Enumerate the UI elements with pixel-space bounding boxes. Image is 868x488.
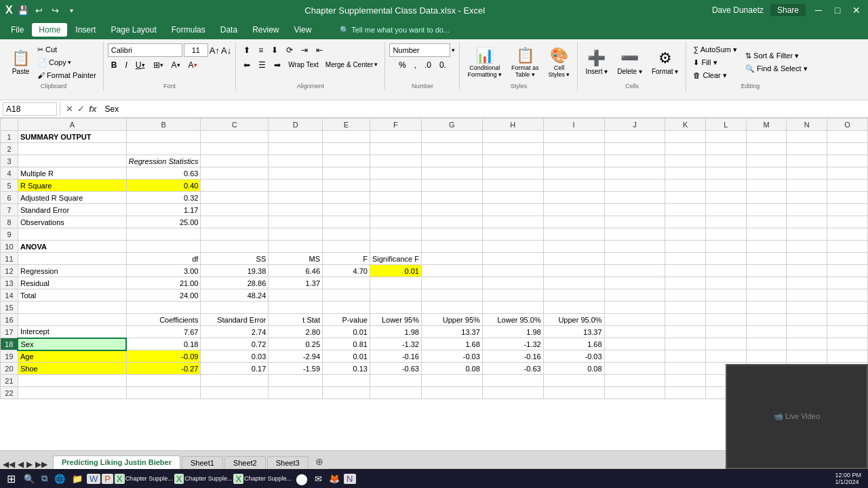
cell-O12[interactable] xyxy=(827,265,868,277)
col-header-L[interactable]: L xyxy=(705,119,746,131)
firefox-taskbar[interactable]: 🦊 xyxy=(326,474,342,484)
cell-C21[interactable] xyxy=(201,375,269,387)
row-header-13[interactable]: 13 xyxy=(1,277,18,289)
row-header-9[interactable]: 9 xyxy=(1,228,18,241)
cell-I12[interactable] xyxy=(543,265,604,277)
cell-I8[interactable] xyxy=(543,216,604,228)
cell-K9[interactable] xyxy=(665,228,706,241)
cell-L8[interactable] xyxy=(705,216,746,228)
cell-A5[interactable]: R Square xyxy=(18,180,126,192)
cell-J12[interactable] xyxy=(604,265,665,277)
cell-L2[interactable] xyxy=(705,143,746,155)
cell-J4[interactable] xyxy=(604,167,665,180)
cell-I1[interactable] xyxy=(543,131,604,143)
row-header-16[interactable]: 16 xyxy=(1,314,18,326)
row-header-7[interactable]: 7 xyxy=(1,204,18,216)
cell-D11[interactable]: MS xyxy=(269,253,323,265)
cell-D5[interactable] xyxy=(269,180,323,192)
cell-C10[interactable] xyxy=(201,241,269,253)
cell-A13[interactable]: Residual xyxy=(18,277,126,289)
tab-nav-left[interactable]: ◀◀ xyxy=(3,460,15,469)
ppt-taskbar[interactable]: P xyxy=(102,474,113,484)
cell-B5[interactable]: 0.40 xyxy=(126,180,201,192)
cell-F10[interactable] xyxy=(370,241,421,253)
cell-I7[interactable] xyxy=(543,204,604,216)
cell-I17[interactable]: 13.37 xyxy=(543,326,604,338)
cell-O9[interactable] xyxy=(827,228,868,241)
cell-L4[interactable] xyxy=(705,167,746,180)
cell-B16[interactable]: Coefficients xyxy=(126,314,201,326)
cell-J11[interactable] xyxy=(604,253,665,265)
insert-button[interactable]: ➕ Insert ▾ xyxy=(582,47,611,77)
cell-M16[interactable] xyxy=(746,314,787,326)
cell-J22[interactable] xyxy=(604,387,665,399)
menu-formulas[interactable]: Formulas xyxy=(165,23,212,37)
row-header-22[interactable]: 22 xyxy=(1,387,18,399)
cell-G13[interactable] xyxy=(421,277,482,289)
tab-nav-next[interactable]: ▶ xyxy=(26,460,33,469)
cell-H22[interactable] xyxy=(482,387,543,399)
cell-H17[interactable]: 1.98 xyxy=(482,326,543,338)
chrome-taskbar[interactable]: ⬤ xyxy=(293,472,311,485)
cell-C22[interactable] xyxy=(201,387,269,399)
cell-E6[interactable] xyxy=(323,192,370,204)
cell-M6[interactable] xyxy=(746,192,787,204)
cell-E1[interactable] xyxy=(323,131,370,143)
cell-N17[interactable] xyxy=(787,326,827,338)
cell-A3[interactable] xyxy=(18,155,126,167)
cell-F20[interactable]: -0.63 xyxy=(370,363,421,375)
cell-N11[interactable] xyxy=(787,253,827,265)
cell-A21[interactable] xyxy=(18,375,126,387)
col-header-J[interactable]: J xyxy=(604,119,665,131)
align-middle-button[interactable]: ≡ xyxy=(255,43,267,57)
cell-H9[interactable] xyxy=(482,228,543,241)
cell-K5[interactable] xyxy=(665,180,706,192)
cell-H18[interactable]: -1.32 xyxy=(482,338,543,350)
row-header-10[interactable]: 10 xyxy=(1,241,18,253)
cell-C12[interactable]: 19.38 xyxy=(201,265,269,277)
font-name-input[interactable] xyxy=(108,43,182,57)
cell-C15[interactable] xyxy=(201,302,269,314)
cell-F7[interactable] xyxy=(370,204,421,216)
cell-O17[interactable] xyxy=(827,326,868,338)
cell-K17[interactable] xyxy=(665,326,706,338)
bold-button[interactable]: B xyxy=(108,58,121,72)
cell-D10[interactable] xyxy=(269,241,323,253)
cell-I15[interactable] xyxy=(543,302,604,314)
cell-F6[interactable] xyxy=(370,192,421,204)
cell-O7[interactable] xyxy=(827,204,868,216)
tab-sheet1[interactable]: Sheet1 xyxy=(182,456,223,469)
cell-K22[interactable] xyxy=(665,387,706,399)
maximize-button[interactable]: □ xyxy=(831,4,844,16)
increase-decimal-button[interactable]: .0 xyxy=(421,58,435,72)
cell-M18[interactable] xyxy=(746,338,787,350)
fill-button[interactable]: ⬇ Fill ▾ xyxy=(690,56,740,68)
cell-B1[interactable] xyxy=(126,131,201,143)
cell-K13[interactable] xyxy=(665,277,706,289)
cell-I14[interactable] xyxy=(543,289,604,302)
cell-E20[interactable]: 0.13 xyxy=(323,363,370,375)
cell-K7[interactable] xyxy=(665,204,706,216)
sort-filter-button[interactable]: ⇅ Sort & Filter ▾ xyxy=(743,50,810,62)
cell-N6[interactable] xyxy=(787,192,827,204)
align-top-button[interactable]: ⬆ xyxy=(240,43,254,57)
cell-C16[interactable]: Standard Error xyxy=(201,314,269,326)
cell-D21[interactable] xyxy=(269,375,323,387)
cell-C13[interactable]: 28.86 xyxy=(201,277,269,289)
cell-F3[interactable] xyxy=(370,155,421,167)
cell-K18[interactable] xyxy=(665,338,706,350)
cell-B18[interactable]: 0.18 xyxy=(126,338,201,350)
cell-O11[interactable] xyxy=(827,253,868,265)
cell-L3[interactable] xyxy=(705,155,746,167)
cell-A14[interactable]: Total xyxy=(18,289,126,302)
cell-C7[interactable] xyxy=(201,204,269,216)
col-header-E[interactable]: E xyxy=(323,119,370,131)
cell-F21[interactable] xyxy=(370,375,421,387)
cell-B3[interactable]: Regression Statistics xyxy=(126,155,201,167)
cell-K12[interactable] xyxy=(665,265,706,277)
cell-N13[interactable] xyxy=(787,277,827,289)
cell-K4[interactable] xyxy=(665,167,706,180)
add-sheet-button[interactable]: ⊕ xyxy=(310,454,329,469)
cell-B7[interactable]: 1.17 xyxy=(126,204,201,216)
cell-J16[interactable] xyxy=(604,314,665,326)
